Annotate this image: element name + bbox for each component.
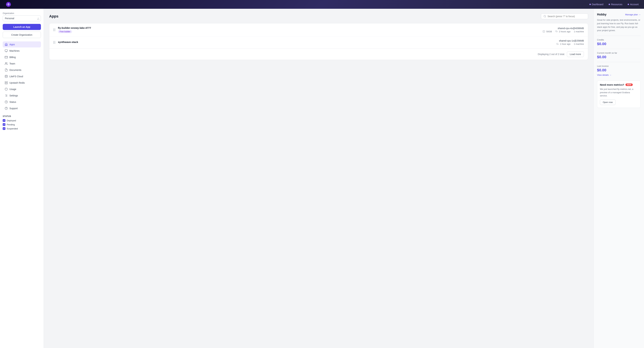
pending-checkbox[interactable]: [3, 123, 6, 126]
svg-point-9: [5, 75, 8, 76]
sidebar-item-machines[interactable]: Machines: [3, 48, 41, 54]
pause-bar-1: [53, 28, 54, 31]
pause-bar-1: [53, 41, 54, 44]
credits-label: Credits: [597, 38, 641, 41]
status-suspended: Suspended: [3, 127, 41, 130]
org-label: Organization: [3, 12, 41, 14]
metrics-desc: We just launched fly-metrics.net, a prev…: [600, 87, 638, 97]
app-meta: shared-cpu-1x@256MB 1 hour ago · 1 machi…: [556, 39, 584, 45]
launch-app-button[interactable]: Launch an App: [3, 24, 41, 30]
svg-rect-6: [5, 56, 8, 58]
monitor-icon: [5, 49, 8, 52]
app-meta: shared-cpu-4x@4096MB 50GB · 2 hours ago …: [543, 27, 584, 33]
right-panel: Hobby Manage plan → Great for side proje…: [594, 9, 644, 348]
last-invoice-value: $0.00: [597, 68, 641, 72]
svg-point-23: [544, 15, 546, 17]
dashboard-dot: [590, 4, 591, 5]
check-icon: [3, 124, 5, 125]
status-icon: [5, 100, 8, 103]
pause-bar-2: [54, 41, 55, 44]
svg-point-2: [8, 4, 9, 4]
upload-icon: [555, 30, 558, 33]
suspended-checkbox[interactable]: [3, 127, 6, 130]
sidebar-item-documents[interactable]: Documents: [3, 67, 41, 73]
file-icon: [5, 68, 8, 71]
sidebar-item-upstash[interactable]: Upstash Redis: [3, 80, 41, 86]
last-invoice-label: Last invoice: [597, 65, 641, 67]
app-name: fly-builder-snowy-lake-4777: [58, 26, 543, 29]
info-icon: [5, 88, 8, 91]
page-title: Apps: [49, 14, 58, 18]
svg-line-24: [545, 17, 546, 17]
sidebar-item-usage[interactable]: Usage: [3, 86, 41, 92]
app-storage: 50GB: [546, 30, 552, 33]
org-select[interactable]: Personal: [3, 15, 41, 21]
deployed-checkbox[interactable]: [3, 119, 6, 122]
sidebar: Organization Personal △ Launch an App Cr…: [0, 9, 44, 348]
svg-rect-10: [5, 82, 8, 83]
stat-divider: [597, 62, 641, 62]
app-machines: 1 machine: [574, 30, 584, 33]
status-pending: Pending: [3, 123, 41, 126]
app-list: fly-builder-snowy-lake-4777 Free builder…: [49, 23, 588, 60]
check-icon: [3, 128, 5, 129]
plan-name: Hobby: [597, 13, 606, 16]
topnav-links: Dashboard Resources Account: [590, 3, 638, 6]
sidebar-item-apps[interactable]: Apps: [3, 41, 41, 47]
load-more-button[interactable]: Load more: [567, 51, 584, 57]
app-meta-row: 1 hour ago · 1 machine: [556, 43, 584, 45]
search-box: [541, 13, 588, 19]
storage-icon: [543, 30, 545, 33]
search-input[interactable]: [548, 15, 586, 18]
help-circle-icon: [5, 107, 8, 110]
main-layout: Organization Personal △ Launch an App Cr…: [0, 9, 644, 348]
view-details-link[interactable]: View details →: [597, 74, 612, 76]
app-meta-row: 50GB · 2 hours ago · 1 machine: [543, 30, 584, 33]
status-section-title: Status: [3, 115, 41, 117]
topnav-resources[interactable]: Resources: [609, 3, 622, 6]
sidebar-item-billing[interactable]: Billing: [3, 54, 41, 60]
sidebar-item-team[interactable]: Team: [3, 60, 41, 67]
svg-point-8: [6, 62, 6, 63]
app-item[interactable]: fly-builder-snowy-lake-4777 Free builder…: [49, 23, 588, 36]
app-info: synthwave-stack: [58, 40, 556, 44]
topnav-account[interactable]: Account: [628, 3, 638, 6]
home-icon: [5, 43, 8, 46]
sidebar-item-support[interactable]: Support: [3, 105, 41, 111]
status-section: Status Deployed Pending Suspended: [3, 115, 41, 131]
topnav-dashboard[interactable]: Dashboard: [590, 3, 604, 6]
app-item[interactable]: synthwave-stack shared-cpu-1x@256MB 1 ho…: [49, 36, 588, 48]
server-icon: [5, 81, 8, 84]
settings-icon: [5, 94, 8, 97]
main-content: Apps fly-builder-snowy-lake-4777 Fre: [44, 9, 594, 348]
app-badge: Free builder: [58, 30, 72, 33]
display-count-text: Displaying 2 out of 2 total.: [538, 53, 565, 55]
svg-rect-3: [5, 50, 8, 51]
sidebar-item-status[interactable]: Status: [3, 99, 41, 105]
manage-plan-link[interactable]: Manage plan →: [625, 13, 641, 16]
sidebar-item-litefs[interactable]: LiteFS Cloud: [3, 73, 41, 79]
open-now-button[interactable]: Open now: [600, 99, 616, 105]
create-org-button[interactable]: Create Organization: [3, 32, 41, 38]
logo[interactable]: [6, 1, 12, 7]
status-deployed: Deployed: [3, 119, 41, 122]
org-select-wrapper: Personal △: [3, 15, 41, 21]
resources-dot: [609, 4, 610, 5]
sidebar-nav: Apps Machines Billing Team Documents Lit…: [3, 41, 41, 112]
svg-point-1: [8, 4, 8, 4]
plan-header: Hobby Manage plan →: [597, 13, 641, 16]
upload-icon: [556, 43, 559, 45]
app-info: fly-builder-snowy-lake-4777 Free builder: [58, 26, 543, 33]
sidebar-item-settings[interactable]: Settings: [3, 92, 41, 99]
database-icon: [5, 75, 8, 78]
metrics-card: Need more metrics? new! We just launched…: [597, 80, 641, 108]
credits-value: $0.00: [597, 42, 641, 46]
app-spec: shared-cpu-1x@256MB: [556, 39, 584, 42]
app-machines: 1 machine: [574, 43, 584, 45]
pause-bar-2: [54, 28, 55, 31]
app-name: synthwave-stack: [58, 40, 556, 43]
stat-divider: [597, 49, 641, 49]
content-area: Apps fly-builder-snowy-lake-4777 Fre: [44, 9, 644, 348]
new-badge: new!: [626, 83, 633, 86]
plan-desc: Great for side projects, test environmen…: [597, 18, 641, 32]
